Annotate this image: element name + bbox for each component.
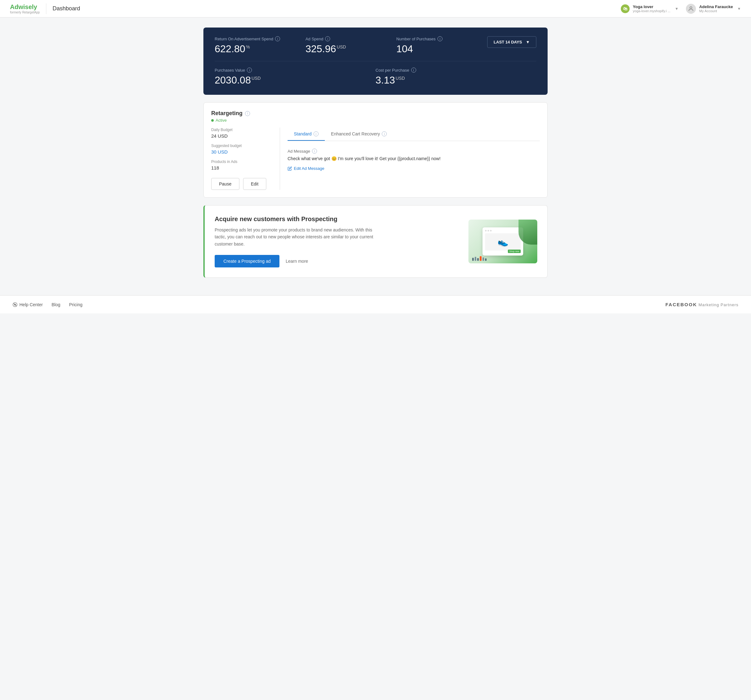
svg-point-0 — [690, 6, 692, 9]
retargeting-body: Daily Budget 24 USD Suggested budget 30 … — [211, 128, 540, 190]
page-title: Dashboard — [53, 5, 621, 12]
roas-unit: % — [246, 45, 250, 49]
browser-content: 👟 — [485, 233, 521, 251]
stat-purchases-value: 104 — [396, 43, 487, 55]
date-chevron-icon: ▼ — [526, 40, 530, 45]
prospecting-actions: Create a Prospecting ad Learn more — [215, 255, 456, 267]
header-right: 🛍 Yoga lover yoga-lover.myshopify.i ... … — [621, 4, 741, 14]
products-in-ads-value: 118 — [211, 165, 272, 170]
retargeting-panel: Retargeting i Active Daily Budget 24 USD… — [203, 102, 548, 198]
retargeting-right: Standard i Enhanced Cart Recovery i Ad M… — [280, 128, 540, 190]
footer-help-center-link[interactable]: Help Center — [12, 302, 43, 307]
store-text: Yoga lover yoga-lover.myshopify.i ... — [633, 5, 670, 13]
stat-pv-value: 2030.08USD — [215, 74, 376, 86]
prospecting-illustration: 👟 Shop now — [468, 220, 537, 264]
retargeting-header: Retargeting i — [211, 110, 540, 117]
retargeting-left: Daily Budget 24 USD Suggested budget 30 … — [211, 128, 280, 190]
help-center-icon — [12, 302, 17, 307]
user-label: My Account — [699, 9, 733, 13]
main-content: Return On Advertisement Spend i 622.80% … — [197, 17, 554, 295]
stat-cpp-label: Cost per Purchase i — [376, 68, 536, 72]
retargeting-info-icon[interactable]: i — [245, 111, 250, 116]
retargeting-actions: Pause Edit — [211, 178, 272, 190]
date-range-selector[interactable]: LAST 14 DAYS ▼ — [487, 36, 536, 48]
user-name: Adelina Faraucke — [699, 5, 733, 9]
shop-now-badge: Shop now — [508, 250, 521, 253]
stats-row-1: Return On Advertisement Spend i 622.80% … — [215, 36, 536, 55]
footer-pricing-link[interactable]: Pricing — [69, 302, 83, 307]
roas-info-icon[interactable]: i — [275, 36, 280, 41]
stat-pv-label: Purchases Value i — [215, 68, 376, 72]
active-label: Active — [216, 118, 227, 123]
stat-roas-value: 622.80% — [215, 43, 305, 55]
prospecting-title: Acquire new customers with Prospecting — [215, 216, 456, 223]
browser-bar — [485, 230, 521, 231]
promo-browser: 👟 Shop now — [482, 227, 523, 256]
footer-links: Help Center Blog Pricing — [12, 302, 83, 307]
footer-blog-link[interactable]: Blog — [52, 302, 60, 307]
prospecting-description: Prospecting ads let you promote your pro… — [215, 227, 377, 247]
ad-message-label: Ad Message i — [287, 148, 540, 154]
stat-purchases: Number of Purchases i 104 — [396, 36, 487, 55]
suggested-budget-label: Suggested budget — [211, 143, 272, 148]
store-url: yoga-lover.myshopify.i ... — [633, 9, 670, 13]
user-chevron-icon: ▼ — [737, 6, 741, 11]
stat-roas: Return On Advertisement Spend i 622.80% — [215, 36, 305, 55]
stat-roas-label: Return On Advertisement Spend i — [215, 36, 305, 41]
stat-adspend: Ad Spend i 325.96USD — [305, 36, 396, 55]
suggested-budget-link[interactable]: 30 USD — [211, 149, 228, 154]
products-in-ads-label: Products in Ads — [211, 159, 272, 164]
people-group — [472, 256, 487, 261]
create-prospecting-button[interactable]: Create a Prospecting ad — [215, 255, 280, 267]
daily-budget-value: 24 USD — [211, 133, 272, 139]
store-chevron-icon: ▼ — [675, 6, 679, 11]
active-dot-icon — [211, 119, 214, 122]
shoe-icon: 👟 — [498, 237, 508, 247]
user-text: Adelina Faraucke My Account — [699, 5, 733, 13]
edit-button[interactable]: Edit — [243, 178, 266, 190]
prospecting-panel: Acquire new customers with Prospecting P… — [203, 205, 548, 278]
tab-standard[interactable]: Standard i — [287, 128, 325, 141]
logo-text: Adwisely formerly RetargetApp — [10, 3, 40, 14]
avatar — [686, 4, 696, 14]
pv-info-icon[interactable]: i — [247, 68, 252, 72]
daily-budget-label: Daily Budget — [211, 128, 272, 132]
ad-message-info-icon[interactable]: i — [312, 148, 317, 154]
footer: Help Center Blog Pricing FACEBOOK Market… — [0, 295, 751, 313]
stat-cpp: Cost per Purchase i 3.13USD — [376, 68, 536, 86]
logo-area: Adwisely formerly RetargetApp — [10, 3, 46, 14]
stat-cpp-value: 3.13USD — [376, 74, 536, 86]
edit-ad-message-link[interactable]: Edit Ad Message — [287, 166, 540, 171]
retargeting-title: Retargeting — [211, 110, 243, 117]
cpp-unit: USD — [396, 76, 405, 81]
shopify-icon: 🛍 — [621, 5, 630, 13]
stat-purchases-value-item: Purchases Value i 2030.08USD — [215, 68, 376, 86]
store-name: Yoga lover — [633, 5, 670, 9]
header: Adwisely formerly RetargetApp Dashboard … — [0, 0, 751, 17]
ad-message-text: Check what we've got 😊 I'm sure you'll l… — [287, 156, 540, 161]
stats-panel: Return On Advertisement Spend i 622.80% … — [203, 28, 548, 95]
active-badge: Active — [211, 118, 540, 123]
retargeting-tabs: Standard i Enhanced Cart Recovery i — [287, 128, 540, 141]
facebook-badge: FACEBOOK Marketing Partners — [666, 302, 739, 307]
user-menu[interactable]: Adelina Faraucke My Account ▼ — [686, 4, 741, 14]
prospecting-content: Acquire new customers with Prospecting P… — [215, 216, 456, 267]
cpp-info-icon[interactable]: i — [411, 68, 416, 72]
stat-purchases-label: Number of Purchases i — [396, 36, 487, 41]
promo-illustration: 👟 Shop now — [468, 220, 537, 264]
stats-row-2: Purchases Value i 2030.08USD Cost per Pu… — [215, 68, 536, 86]
svg-point-3 — [14, 304, 15, 305]
ecr-tab-info-icon[interactable]: i — [382, 131, 387, 136]
purchases-info-icon[interactable]: i — [437, 36, 442, 41]
stat-adspend-label: Ad Spend i — [305, 36, 396, 41]
tab-enhanced-cart-recovery[interactable]: Enhanced Cart Recovery i — [325, 128, 393, 141]
standard-tab-info-icon[interactable]: i — [314, 131, 318, 136]
store-selector[interactable]: 🛍 Yoga lover yoga-lover.myshopify.i ... … — [621, 5, 678, 13]
adspend-unit: USD — [337, 45, 346, 49]
date-range-container: LAST 14 DAYS ▼ — [487, 36, 536, 48]
pencil-icon — [287, 167, 292, 171]
adspend-info-icon[interactable]: i — [325, 36, 330, 41]
pv-unit: USD — [252, 76, 261, 81]
learn-more-link[interactable]: Learn more — [286, 259, 308, 264]
pause-button[interactable]: Pause — [211, 178, 240, 190]
